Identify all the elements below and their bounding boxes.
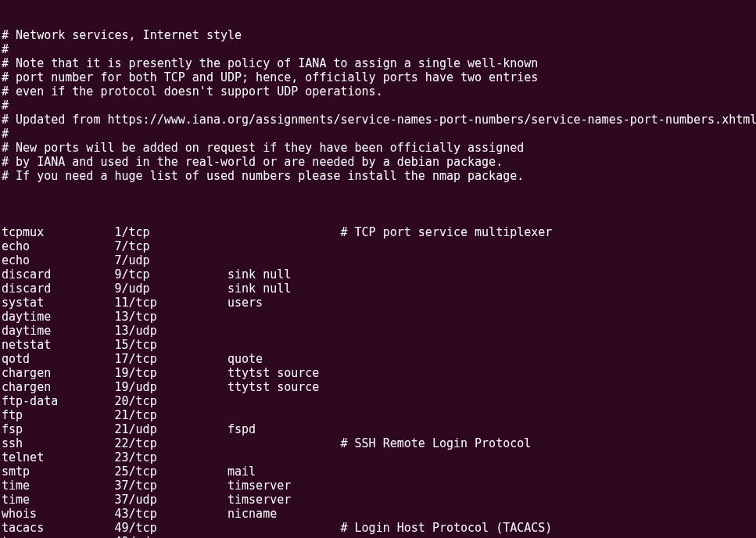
service-row: telnet 23/tcp: [2, 450, 754, 464]
service-row: tacacs 49/tcp # Login Host Protocol (TAC…: [2, 521, 754, 535]
service-row: tacacs 49/udp: [2, 535, 754, 538]
service-row: echo 7/tcp: [2, 239, 754, 253]
comment-line: #: [2, 42, 754, 56]
service-row: smtp 25/tcp mail: [2, 464, 754, 479]
service-row: ssh 22/tcp # SSH Remote Login Protocol: [2, 436, 754, 450]
service-row: netstat 15/tcp: [2, 338, 754, 352]
service-row: time 37/tcp timserver: [2, 479, 754, 493]
comment-line: # Network services, Internet style: [2, 28, 754, 42]
service-row: discard 9/udp sink null: [2, 282, 754, 296]
service-row: time 37/udp timserver: [2, 493, 754, 507]
comment-line: #: [2, 127, 754, 141]
comment-line: # If you need a huge list of used number…: [2, 169, 754, 183]
service-row: discard 9/tcp sink null: [2, 267, 754, 282]
comment-line: # Updated from https://www.iana.org/assi…: [2, 113, 754, 127]
comment-line: # even if the protocol doesn't support U…: [2, 84, 754, 99]
comment-line: #: [2, 99, 754, 113]
service-row: chargen 19/tcp ttytst source: [2, 366, 754, 380]
service-row: daytime 13/tcp: [2, 310, 754, 324]
comment-line: # port number for both TCP and UDP; henc…: [2, 70, 754, 84]
terminal-viewport[interactable]: # Network services, Internet style## Not…: [0, 0, 756, 538]
comment-line: # New ports will be added on request if …: [2, 141, 754, 155]
service-row: chargen 19/udp ttytst source: [2, 380, 754, 394]
comment-line: # by IANA and used in the real-world or …: [2, 155, 754, 169]
service-row: ftp-data 20/tcp: [2, 394, 754, 408]
service-row: ftp 21/tcp: [2, 408, 754, 422]
service-row: daytime 13/udp: [2, 324, 754, 338]
comment-line: # Note that it is presently the policy o…: [2, 56, 754, 70]
service-row: systat 11/tcp users: [2, 296, 754, 310]
service-row: whois 43/tcp nicname: [2, 507, 754, 521]
comment-line: [2, 183, 754, 197]
service-entries: tcpmux 1/tcp # TCP port service multiple…: [2, 225, 754, 538]
service-row: echo 7/udp: [2, 253, 754, 267]
service-row: fsp 21/udp fspd: [2, 422, 754, 436]
service-row: qotd 17/tcp quote: [2, 352, 754, 366]
service-row: tcpmux 1/tcp # TCP port service multiple…: [2, 225, 754, 239]
file-header-comments: # Network services, Internet style## Not…: [2, 28, 754, 197]
